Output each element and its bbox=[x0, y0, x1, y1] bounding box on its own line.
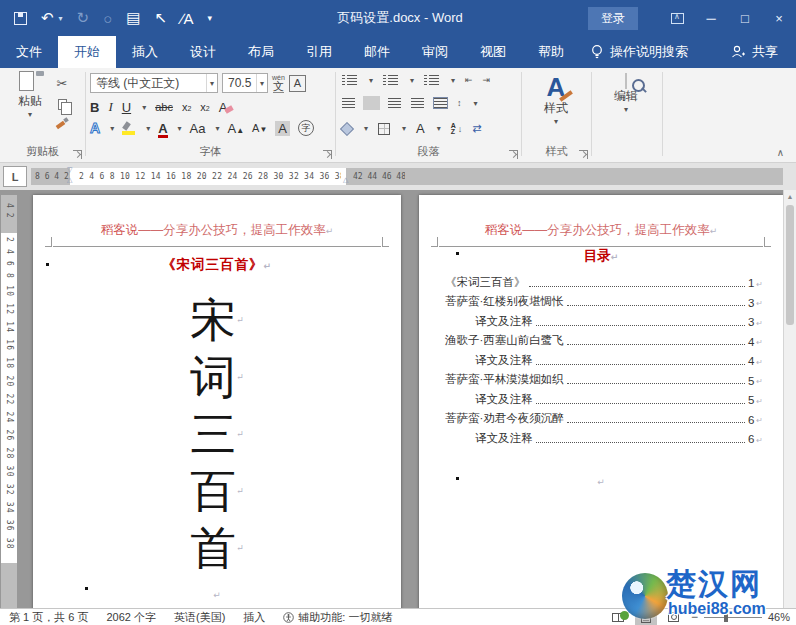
highlight-color-button[interactable] bbox=[122, 121, 136, 135]
tab-mailings[interactable]: 邮件 bbox=[348, 36, 406, 68]
toc-entry[interactable]: 译文及注释6↵ bbox=[445, 426, 763, 446]
toc-entry[interactable]: 译文及注释5↵ bbox=[445, 387, 763, 407]
word-count[interactable]: 2062 个字 bbox=[97, 610, 165, 625]
align-left-button[interactable] bbox=[342, 98, 355, 108]
font-color-button[interactable]: A bbox=[158, 121, 167, 136]
web-layout-button[interactable] bbox=[663, 610, 685, 625]
font-color-dropdown-icon[interactable]: ▾ bbox=[178, 124, 182, 133]
change-case-dropdown-icon[interactable]: ▾ bbox=[215, 124, 219, 133]
increase-indent-button[interactable]: ⇥ bbox=[483, 75, 491, 85]
enclose-characters-button[interactable]: 字 bbox=[298, 120, 314, 136]
bullets-dropdown-icon[interactable]: ▾ bbox=[369, 76, 373, 85]
first-line-indent-marker[interactable]: ▽ bbox=[67, 166, 72, 174]
save-icon[interactable] bbox=[14, 12, 27, 25]
select-cursor-icon[interactable]: ↖ bbox=[154, 9, 167, 27]
minimize-button[interactable]: ─ bbox=[694, 0, 728, 36]
phonetic-guide-button[interactable]: wén 文 bbox=[272, 74, 285, 93]
bold-button[interactable]: B bbox=[90, 100, 99, 115]
zoom-out-button[interactable]: − bbox=[691, 610, 698, 624]
redo-button[interactable]: ↻ bbox=[77, 9, 90, 27]
character-shading-button[interactable]: A bbox=[275, 121, 290, 136]
hanging-indent-marker[interactable]: △ bbox=[67, 176, 72, 184]
toc-entry[interactable]: 译文及注释3↵ bbox=[445, 309, 763, 329]
copy-icon[interactable] bbox=[58, 99, 67, 110]
distribute-button[interactable] bbox=[434, 98, 447, 108]
grow-font-button[interactable]: A▲ bbox=[227, 121, 244, 136]
highlight-dropdown-icon[interactable]: ▾ bbox=[146, 124, 150, 133]
change-case-button[interactable]: Aa bbox=[190, 121, 206, 136]
read-mode-button[interactable] bbox=[607, 610, 629, 625]
right-indent-marker[interactable]: △ bbox=[343, 176, 348, 184]
underline-dropdown-icon[interactable]: ▾ bbox=[142, 103, 146, 112]
vertical-ruler[interactable]: 4 2 2 4 6 8 10 12 14 16 18 20 22 24 26 2… bbox=[1, 195, 17, 608]
toc-entry[interactable]: 《宋词三百首》1↵ bbox=[445, 270, 763, 290]
sort-button[interactable]: AZ bbox=[451, 123, 456, 135]
asian-layout-button[interactable]: A bbox=[416, 121, 425, 136]
superscript-button[interactable]: x2 bbox=[200, 101, 209, 113]
tab-home[interactable]: 开始 bbox=[58, 36, 116, 68]
share-button[interactable]: 共享 bbox=[713, 36, 796, 68]
toc-entry[interactable]: 菩萨蛮·劝君今夜须沉醉6↵ bbox=[445, 407, 763, 427]
shading-button[interactable] bbox=[340, 121, 354, 135]
style-tool-icon[interactable]: ∕A bbox=[181, 10, 194, 27]
print-layout-button[interactable] bbox=[635, 610, 657, 625]
tab-review[interactable]: 审阅 bbox=[406, 36, 464, 68]
tell-me-search[interactable]: 操作说明搜索 bbox=[580, 36, 698, 68]
page-1[interactable]: 稻客说——分享办公技巧，提高工作效率↵ 《宋词三百首》↵ 宋↵ 词↵ 三↵ 百↵… bbox=[33, 195, 401, 608]
asian-layout-dropdown-icon[interactable]: ▾ bbox=[437, 124, 441, 133]
clipboard-dialog-launcher[interactable] bbox=[73, 150, 82, 159]
page-info[interactable]: 第 1 页，共 6 页 bbox=[0, 610, 97, 625]
strikethrough-button[interactable]: abc bbox=[155, 101, 173, 113]
undo-dropdown-icon[interactable]: ▾ bbox=[59, 14, 63, 23]
show-marks-button[interactable]: ⇄ bbox=[472, 122, 481, 135]
insert-mode[interactable]: 插入 bbox=[234, 610, 274, 625]
editing-button[interactable]: 编辑 ▾ bbox=[604, 74, 648, 114]
ribbon-display-options-button[interactable]: ∧ bbox=[660, 0, 694, 36]
vertical-scrollbar[interactable]: ▲ bbox=[783, 190, 796, 608]
sign-in-button[interactable]: 登录 bbox=[588, 7, 638, 30]
tab-help[interactable]: 帮助 bbox=[522, 36, 580, 68]
font-size-dropdown-icon[interactable]: ▾ bbox=[256, 74, 267, 92]
text-effects-button[interactable]: A bbox=[90, 120, 100, 136]
toc-entry[interactable]: 渔歌子·西塞山前白鹭飞4↵ bbox=[445, 329, 763, 349]
shrink-font-button[interactable]: A▼ bbox=[252, 122, 267, 134]
multilevel-dropdown-icon[interactable]: ▾ bbox=[451, 76, 455, 85]
cut-icon[interactable]: ✂ bbox=[57, 76, 68, 91]
multilevel-list-button[interactable] bbox=[424, 75, 439, 85]
paragraph-dialog-launcher[interactable] bbox=[509, 150, 518, 159]
format-icon[interactable]: ▤ bbox=[126, 9, 140, 27]
paste-button[interactable]: 粘贴 ▾ bbox=[8, 74, 52, 146]
toc-entry[interactable]: 译文及注释4↵ bbox=[445, 348, 763, 368]
styles-button[interactable]: A 样式 ▾ bbox=[534, 74, 578, 126]
tab-references[interactable]: 引用 bbox=[290, 36, 348, 68]
align-center-button[interactable] bbox=[365, 98, 378, 108]
editing-dropdown-icon[interactable]: ▾ bbox=[604, 105, 648, 114]
font-name-combo[interactable]: 等线 (中文正文) ▾ bbox=[90, 73, 218, 93]
justify-button[interactable] bbox=[411, 98, 424, 108]
underline-button[interactable]: U bbox=[122, 100, 131, 115]
zoom-slider[interactable] bbox=[704, 617, 762, 618]
zoom-slider-thumb[interactable] bbox=[724, 613, 728, 622]
paste-dropdown-icon[interactable]: ▾ bbox=[8, 110, 52, 119]
font-dialog-launcher[interactable] bbox=[323, 150, 332, 159]
undo-button[interactable]: ↶ bbox=[41, 9, 54, 27]
scrollbar-thumb[interactable] bbox=[786, 205, 794, 325]
line-spacing-dropdown-icon[interactable]: ▾ bbox=[474, 99, 478, 108]
font-size-combo[interactable]: 70.5 ▾ bbox=[222, 73, 268, 93]
horizontal-ruler[interactable]: L 8 6 4 2 2 4 6 8 10 12 14 16 18 20 22 2… bbox=[0, 163, 796, 190]
tab-design[interactable]: 设计 bbox=[174, 36, 232, 68]
clear-formatting-button[interactable]: A bbox=[219, 100, 234, 115]
character-border-button[interactable]: A bbox=[289, 75, 306, 92]
close-button[interactable]: × bbox=[762, 0, 796, 36]
toc-entry[interactable]: 菩萨蛮·红楼别夜堪惆怅3↵ bbox=[445, 290, 763, 310]
bullets-button[interactable] bbox=[342, 75, 357, 85]
tab-layout[interactable]: 布局 bbox=[232, 36, 290, 68]
tab-insert[interactable]: 插入 bbox=[116, 36, 174, 68]
align-right-button[interactable] bbox=[388, 98, 401, 108]
maximize-button[interactable]: □ bbox=[728, 0, 762, 36]
subscript-button[interactable]: x2 bbox=[182, 101, 191, 113]
accessibility-status[interactable]: 辅助功能: 一切就绪 bbox=[274, 610, 401, 625]
styles-dialog-launcher[interactable] bbox=[579, 150, 588, 159]
format-painter-icon[interactable] bbox=[56, 118, 68, 128]
tab-selector-button[interactable]: L bbox=[3, 166, 27, 187]
